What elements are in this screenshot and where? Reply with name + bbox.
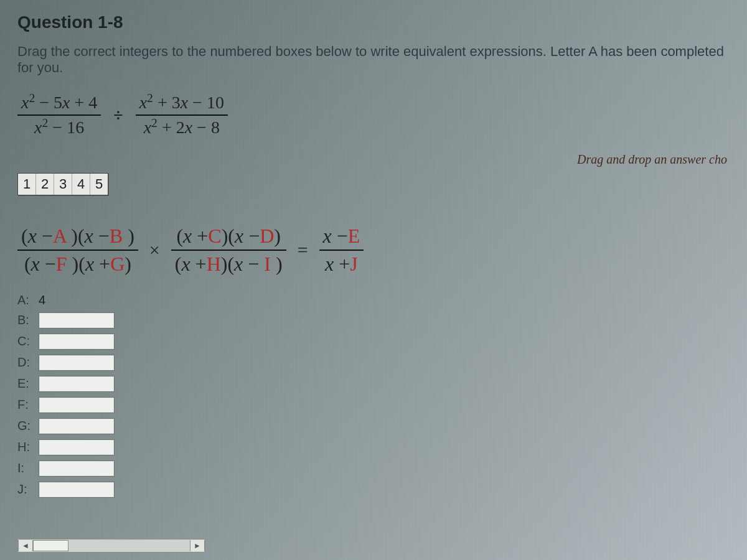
palette-tile-3[interactable]: 3: [54, 174, 72, 195]
eq-mid-numerator: (x +C)(x −D): [172, 224, 284, 248]
answer-row-e: E:: [17, 376, 730, 392]
fraction-2: x2 + 3x − 10 x2 + 2x − 8: [136, 92, 228, 138]
fraction-1-numerator: x2 − 5x + 4: [17, 92, 101, 113]
answer-row-i: I:: [17, 460, 730, 477]
answer-row-j: J:: [17, 482, 730, 498]
answer-dropzone-b[interactable]: [39, 312, 115, 329]
answer-dropzone-d[interactable]: [39, 355, 115, 371]
answer-label-e: E:: [17, 376, 35, 391]
number-palette: 1 2 3 4 5: [17, 173, 108, 195]
palette-tile-5[interactable]: 5: [90, 174, 108, 195]
palette-tile-4[interactable]: 4: [72, 174, 90, 195]
fraction-1: x2 − 5x + 4 x2 − 16: [17, 92, 101, 138]
answer-label-b: B:: [17, 313, 35, 327]
eq-left-numerator: (x −A )(x −B ): [17, 224, 138, 248]
answer-label-f: F:: [17, 398, 35, 412]
answer-label-i: I:: [17, 461, 35, 475]
answer-label-a: A:: [17, 293, 35, 307]
palette-tile-1[interactable]: 1: [18, 174, 36, 195]
answer-dropzone-c[interactable]: [39, 334, 115, 350]
answer-value-a: 4: [39, 293, 45, 307]
answer-row-b: B:: [17, 312, 730, 329]
answer-dropzone-g[interactable]: [39, 418, 115, 434]
factored-equation: (x −A )(x −B ) (x −F )(x +G) × (x +C)(x …: [17, 224, 730, 276]
fraction-2-denominator: x2 + 2x − 8: [140, 117, 223, 138]
equation-fraction-middle: (x +C)(x −D) (x +H)(x − I ): [171, 224, 286, 276]
fraction-2-numerator: x2 + 3x − 10: [136, 92, 228, 113]
answer-list: A: 4 B: C: D: E: F: G: H:: [17, 293, 730, 498]
answer-dropzone-i[interactable]: [39, 460, 115, 477]
fraction-1-denominator: x2 − 16: [31, 117, 88, 138]
equation-fraction-right: x −E x +J: [319, 224, 364, 276]
answer-row-f: F:: [17, 397, 730, 413]
eq-left-denominator: (x −F )(x +G): [21, 252, 135, 276]
equals-sign: =: [298, 240, 308, 261]
answer-row-h: H:: [17, 439, 730, 455]
answer-dropzone-j[interactable]: [39, 482, 115, 498]
answer-row-g: G:: [17, 418, 730, 434]
drag-hint-text: Drag and drop an answer cho: [577, 152, 727, 167]
problem-expression: x2 − 5x + 4 x2 − 16 ÷ x2 + 3x − 10 x2 + …: [17, 92, 730, 138]
answer-label-c: C:: [17, 334, 35, 348]
instruction-text: Drag the correct integers to the numbere…: [17, 44, 730, 76]
answer-label-g: G:: [17, 419, 35, 433]
answer-dropzone-e[interactable]: [39, 376, 115, 392]
answer-label-h: H:: [17, 440, 35, 454]
eq-mid-denominator: (x +H)(x − I ): [171, 252, 286, 276]
question-title: Question 1-8: [17, 12, 730, 32]
answer-row-c: C:: [17, 334, 730, 350]
eq-right-numerator: x −E: [319, 224, 364, 248]
scroll-right-button[interactable]: ►: [190, 540, 205, 551]
palette-tile-2[interactable]: 2: [36, 174, 54, 195]
scroll-thumb[interactable]: [33, 540, 68, 551]
equation-fraction-left: (x −A )(x −B ) (x −F )(x +G): [17, 224, 138, 276]
scroll-track[interactable]: [33, 540, 190, 551]
answer-dropzone-f[interactable]: [39, 397, 115, 413]
answer-label-j: J:: [17, 482, 35, 497]
answer-row-a: A: 4: [17, 293, 730, 307]
scroll-left-button[interactable]: ◄: [18, 540, 33, 551]
eq-right-denominator: x +J: [321, 252, 362, 276]
multiply-sign: ×: [149, 240, 160, 261]
answer-label-d: D:: [17, 355, 35, 370]
horizontal-scrollbar[interactable]: ◄ ►: [17, 539, 205, 553]
answer-row-d: D:: [17, 355, 730, 371]
division-sign: ÷: [113, 105, 123, 125]
answer-dropzone-h[interactable]: [39, 439, 115, 455]
